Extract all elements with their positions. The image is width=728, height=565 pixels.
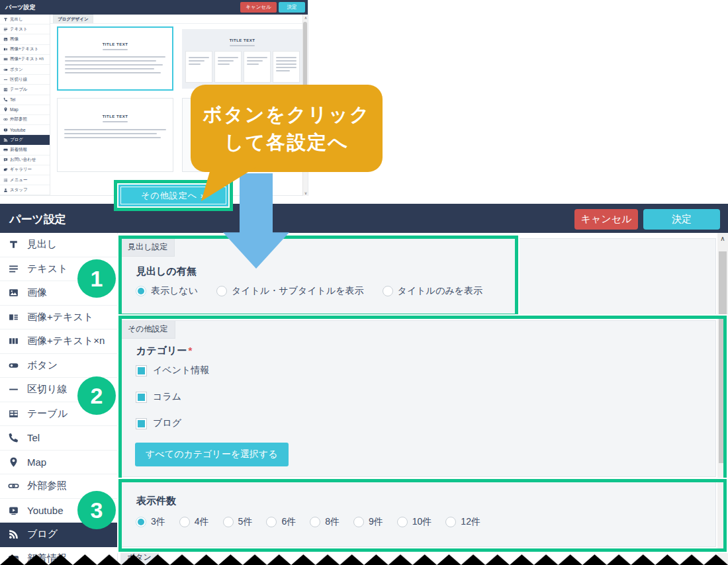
mini-design-thumbnail[interactable]: TITLE TEXT (57, 98, 173, 172)
mini-scrollbar-thumb[interactable] (303, 22, 307, 88)
chevron-up-icon[interactable]: ∧ (303, 15, 308, 20)
radio-selected-icon[interactable] (136, 517, 146, 527)
other-settings-section: その他設定 カテゴリー* イベント情報 コラム ブログ すべてのカテゴリーを選択… (120, 320, 716, 477)
text-line-placeholder (65, 60, 156, 62)
radio-selected-icon[interactable] (136, 286, 146, 296)
callout-bubble: ボタンをクリック して各設定へ (191, 85, 383, 172)
mini-sidebar-item-menu[interactable]: メニュー (0, 175, 50, 185)
mini-window-title: パーツ設定 (5, 3, 35, 12)
mini-sidebar-item-map[interactable]: Map (0, 105, 50, 115)
radio-option-12[interactable]: 12件 (445, 516, 480, 528)
sidebar-item-tel[interactable]: Tel (0, 426, 117, 451)
radio-option-6[interactable]: 6件 (266, 516, 296, 528)
checkbox-checked-icon[interactable] (136, 392, 147, 403)
step-2-badge: 2 (77, 376, 116, 415)
radio-option-title-only[interactable]: タイトルのみを表示 (383, 285, 482, 297)
page-title: パーツ設定 (9, 212, 66, 227)
gallery-icon (3, 167, 8, 172)
mini-sidebar-item-heading[interactable]: 見出し (0, 15, 50, 24)
mini-sidebar-item-table[interactable]: テーブル (0, 85, 50, 95)
tel-icon (8, 432, 19, 443)
text-line-placeholder (103, 121, 128, 122)
cancel-button[interactable]: キャンセル (574, 209, 638, 230)
mini-thumb-card (273, 52, 299, 82)
button-settings-tab: ボタン (120, 549, 159, 565)
mini-sidebar-item-image-text-n[interactable]: 画像+テキスト×n (0, 55, 50, 65)
text-icon (3, 27, 8, 32)
chevron-down-icon[interactable]: ∨ (303, 191, 308, 195)
radio-option-5[interactable]: 5件 (223, 516, 253, 528)
radio-option-3[interactable]: 3件 (136, 516, 165, 528)
text-line-placeholder (65, 68, 154, 69)
mini-sidebar-item-contact[interactable]: お問い合わせ (0, 155, 50, 165)
checkbox-checked-icon[interactable] (136, 365, 147, 376)
radio-option-no-display[interactable]: 表示しない (136, 285, 198, 297)
display-count-section: 表示件数 3件 4件 5件 6件 8件 9件 10件 12件 (120, 481, 716, 547)
field-label: 表示件数 (136, 495, 176, 507)
confirm-button[interactable]: 決定 (643, 209, 720, 230)
mini-design-thumbnail-selected[interactable]: TITLE TEXT (57, 26, 173, 91)
checkbox-column[interactable]: コラム (136, 391, 209, 403)
mini-sidebar-item-gallery[interactable]: ギャラリー (0, 165, 50, 175)
new-badge-icon (3, 148, 8, 152)
mini-design-thumbnail[interactable]: TITLE TEXT (182, 29, 302, 89)
sidebar-item-button[interactable]: ボタン (0, 354, 117, 378)
text-line-placeholder (65, 56, 165, 58)
radio-option-10[interactable]: 10件 (397, 516, 432, 528)
menu-icon (3, 178, 8, 183)
divider-icon (8, 384, 19, 395)
sidebar-item-heading[interactable]: 見出し (0, 233, 117, 257)
checkbox-checked-icon[interactable] (136, 418, 147, 429)
field-label: 見出しの有無 (136, 265, 197, 278)
radio-icon[interactable] (353, 517, 364, 527)
mini-tab-blog-design[interactable]: ブログデザイン (53, 15, 93, 23)
mini-cancel-button[interactable]: キャンセル (240, 2, 277, 13)
mini-sidebar-item-youtube[interactable]: Youtube (0, 125, 50, 135)
radio-icon[interactable] (223, 517, 234, 527)
mini-sidebar-item-tel[interactable]: Tel (0, 95, 50, 105)
mini-sidebar-item-button[interactable]: ボタン (0, 65, 50, 75)
mini-sidebar-item-blog[interactable]: ブログ (0, 135, 50, 145)
radio-icon[interactable] (216, 286, 227, 296)
table-icon (3, 87, 8, 92)
mini-sidebar: 見出し テキスト 画像 画像+テキスト 画像+テキスト×n ボタン 区切り線 テ… (0, 15, 50, 196)
sidebar-item-image-text-n[interactable]: 画像+テキスト×n (0, 329, 117, 354)
radio-icon[interactable] (445, 517, 456, 527)
radio-icon[interactable] (397, 517, 408, 527)
mini-sidebar-item-external[interactable]: 外部参照 (0, 115, 50, 125)
chevron-up-icon[interactable]: ∧ (717, 233, 728, 245)
heading-icon (8, 239, 19, 250)
mini-thumb-card (215, 52, 241, 82)
radio-option-title-subtitle[interactable]: タイトル・サブタイトルを表示 (216, 285, 364, 297)
radio-option-8[interactable]: 8件 (310, 516, 340, 528)
checkbox-blog[interactable]: ブログ (136, 417, 209, 429)
mini-sidebar-item-news[interactable]: 新着情報 (0, 145, 50, 155)
content-scrollbar[interactable]: ∧ (717, 233, 728, 565)
mini-sidebar-item-image[interactable]: 画像 (0, 34, 50, 44)
mini-ok-button[interactable]: 決定 (279, 2, 305, 13)
checkbox-event-info[interactable]: イベント情報 (136, 365, 209, 376)
radio-icon[interactable] (266, 517, 277, 527)
scrollbar-thumb[interactable] (719, 251, 727, 463)
radio-option-9[interactable]: 9件 (353, 516, 383, 528)
select-all-categories-button[interactable]: すべてのカテゴリーを選択する (135, 443, 289, 466)
button-icon (8, 360, 19, 371)
radio-icon[interactable] (310, 517, 320, 527)
mini-sidebar-item-staff[interactable]: スタッフ (0, 185, 50, 195)
radio-icon[interactable] (383, 286, 393, 296)
sidebar-item-map[interactable]: Map (0, 451, 117, 475)
sidebar-item-news[interactable]: 新着情報 (0, 547, 117, 565)
radio-option-4[interactable]: 4件 (179, 516, 209, 528)
text-icon (8, 263, 19, 275)
mini-sidebar-item-image-text[interactable]: 画像+テキスト (0, 45, 50, 55)
mini-thumb-card (186, 52, 212, 82)
text-line-placeholder (65, 64, 163, 65)
radio-icon[interactable] (179, 517, 190, 527)
step-1-badge: 1 (77, 259, 116, 298)
sidebar-item-image-text[interactable]: 画像+テキスト (0, 306, 117, 330)
mini-sidebar-item-text[interactable]: テキスト (0, 24, 50, 34)
divider-icon (3, 77, 8, 82)
map-pin-icon (8, 456, 19, 468)
youtube-icon (8, 505, 19, 516)
mini-sidebar-item-divider[interactable]: 区切り線 (0, 75, 50, 85)
